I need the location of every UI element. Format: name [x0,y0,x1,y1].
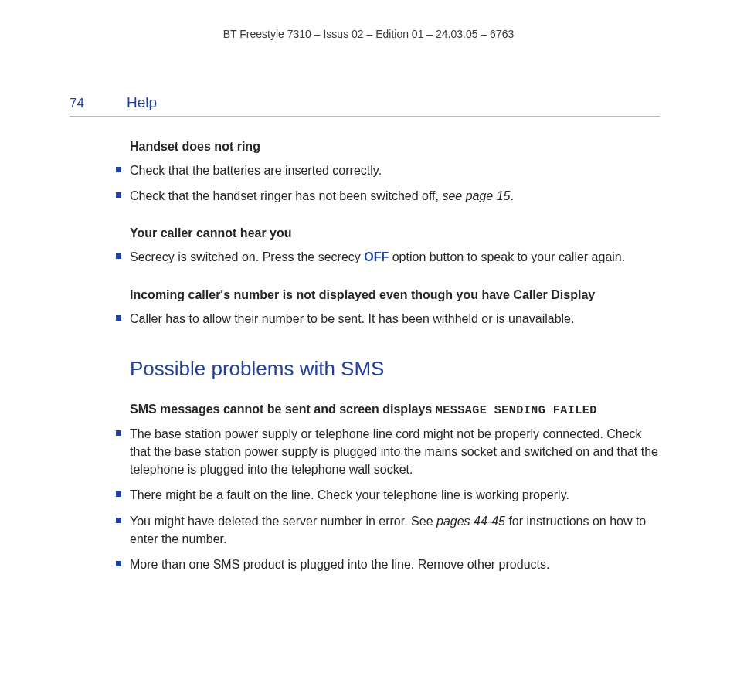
list-item: Caller has to allow their number to be s… [130,310,660,328]
list-item: There might be a fault on the line. Chec… [130,486,660,504]
document-header: BT Freestyle 7310 – Issus 02 – Edition 0… [77,28,660,40]
subheading-handset-no-ring: Handset does not ring [130,140,660,154]
text: option button to speak to your caller ag… [389,250,625,263]
text: Check that the handset ringer has not be… [130,189,442,202]
button-label-off: OFF [364,250,389,263]
list-item: The base station power supply or telepho… [130,425,660,479]
list-caller-cannot-hear: Secrecy is switched on. Press the secrec… [130,248,660,266]
manual-page: BT Freestyle 7310 – Issus 02 – Edition 0… [0,0,737,626]
page-header-row: 74 Help [70,94,660,117]
list-sms-problems: The base station power supply or telepho… [130,425,660,573]
list-item: Check that the handset ringer has not be… [130,187,660,205]
page-reference: see page 15 [442,189,510,202]
subheading-sms-cannot-send: SMS messages cannot be sent and screen d… [130,403,660,417]
page-reference: pages 44-45 [436,515,505,528]
list-handset-no-ring: Check that the batteries are inserted co… [130,161,660,205]
list-item: You might have deleted the server number… [130,512,660,548]
text: SMS messages cannot be sent and screen d… [130,403,436,416]
text: Secrecy is switched on. Press the secrec… [130,250,364,263]
text: . [510,189,513,202]
list-caller-id-not-displayed: Caller has to allow their number to be s… [130,310,660,328]
subheading-caller-id-not-displayed: Incoming caller's number is not displaye… [130,288,660,302]
section-title: Help [127,94,157,111]
page-number: 74 [70,96,127,111]
list-item: Secrecy is switched on. Press the secrec… [130,248,660,266]
page-content: Handset does not ring Check that the bat… [130,140,660,573]
lcd-display-text: MESSAGE SENDING FAILED [436,404,597,417]
subheading-caller-cannot-hear: Your caller cannot hear you [130,226,660,240]
section-heading-sms-problems: Possible problems with SMS [130,357,660,381]
list-item: More than one SMS product is plugged int… [130,556,660,573]
list-item: Check that the batteries are inserted co… [130,161,660,179]
text: You might have deleted the server number… [130,515,436,528]
